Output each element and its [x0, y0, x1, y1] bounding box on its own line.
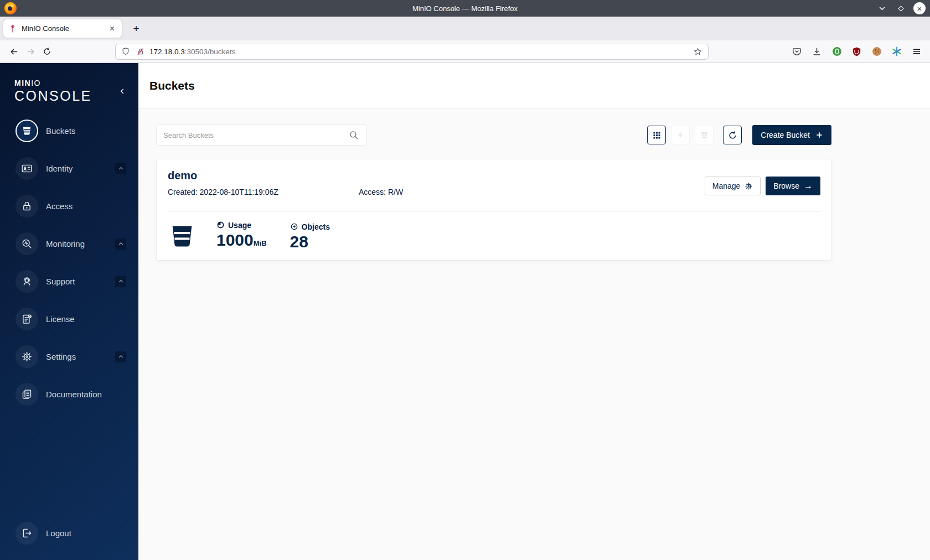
sidebar-item-settings[interactable]: Settings: [16, 345, 138, 368]
main-panel: Buckets: [138, 63, 930, 560]
sidebar-nav: Buckets Identity Access: [0, 120, 138, 406]
logo-io: IO: [31, 79, 41, 87]
bucket-created: Created: 2022-08-10T11:19:06Z: [168, 188, 359, 197]
id-card-icon: [16, 157, 38, 180]
bookmark-star-icon[interactable]: [693, 47, 702, 56]
bucket-card-buttons: Manage Browse →: [705, 177, 820, 195]
refresh-button[interactable]: [723, 126, 742, 144]
bucket-small-icon: [700, 131, 709, 140]
sidebar-collapse-button[interactable]: [116, 85, 128, 97]
insecure-lock-icon: [136, 47, 145, 56]
monitoring-search-icon: [16, 232, 38, 255]
objects-icon: [290, 222, 298, 231]
window-controls: ×: [876, 2, 930, 14]
browser-navbar: 172.18.0.3:30503/buckets: [0, 40, 930, 63]
logo-min: MIN: [14, 79, 31, 87]
documentation-icon: [16, 383, 38, 406]
url-bar[interactable]: 172.18.0.3:30503/buckets: [115, 44, 709, 60]
grid-view-button[interactable]: [647, 126, 666, 144]
support-headset-icon: [16, 270, 38, 293]
license-document-icon: [16, 308, 38, 330]
bucket-access: Access: R/W: [359, 188, 403, 197]
chevron-up-icon: [115, 238, 126, 250]
window-titlebar: MinIO Console — Mozilla Firefox ×: [0, 0, 930, 17]
sidebar-item-buckets[interactable]: Buckets: [16, 120, 138, 142]
lock-icon: [16, 195, 38, 217]
chevron-up-icon: [115, 163, 126, 174]
back-arrow-icon: [9, 47, 19, 56]
bucket-metrics: Usage 1000MiB Objects 28: [168, 212, 820, 261]
sidebar: MINIO CONSOLE Buckets Identity: [0, 63, 138, 560]
plus-icon: [815, 131, 823, 139]
replication-button-disabled: [671, 126, 690, 144]
bucket-large-icon: [168, 222, 197, 251]
delete-bucket-button-disabled: [695, 126, 714, 144]
refresh-icon: [728, 131, 737, 140]
search-box: [156, 125, 366, 146]
minio-favicon-icon: [8, 24, 17, 33]
sidebar-item-documentation[interactable]: Documentation: [16, 383, 138, 406]
chevron-left-icon: [118, 87, 126, 95]
search-icon: [349, 130, 359, 141]
sidebar-item-monitoring[interactable]: Monitoring: [16, 232, 138, 255]
bucket-actions: Create Bucket: [647, 125, 831, 145]
chevron-up-icon: [115, 276, 126, 287]
new-tab-button[interactable]: +: [128, 21, 144, 37]
usage-pie-icon: [216, 221, 225, 229]
minio-console-app: MINIO CONSOLE Buckets Identity: [0, 63, 930, 560]
maximize-diamond-icon: [897, 4, 905, 13]
usage-value: 1000MiB: [216, 231, 267, 252]
page-title: Buckets: [149, 79, 195, 92]
sidebar-item-identity[interactable]: Identity: [16, 157, 138, 180]
sidebar-item-logout[interactable]: Logout: [0, 522, 138, 545]
chevron-up-icon: [115, 351, 126, 362]
usage-metric: Usage 1000MiB: [216, 221, 267, 252]
objects-value: 28: [290, 233, 330, 251]
tab-title: MinIO Console: [22, 24, 107, 33]
lightning-icon: [676, 131, 685, 140]
window-maximize-button[interactable]: [895, 2, 907, 14]
reload-button[interactable]: [39, 43, 55, 60]
forward-arrow-icon: [26, 47, 35, 56]
privacy-extension-icon[interactable]: [831, 46, 843, 58]
pocket-icon[interactable]: [791, 46, 803, 58]
browse-button[interactable]: Browse →: [766, 177, 820, 195]
gear-icon: [16, 345, 38, 368]
url-text: 172.18.0.3:30503/buckets: [149, 48, 235, 56]
shield-permissions-icon: [121, 47, 130, 56]
toolbar-extensions: [791, 46, 922, 58]
minio-console-logo: MINIO CONSOLE: [0, 63, 138, 104]
window-close-button[interactable]: ×: [913, 2, 926, 14]
downloads-icon[interactable]: [811, 46, 823, 58]
bucket-icon: [16, 120, 38, 142]
objects-metric: Objects 28: [290, 222, 330, 251]
page-header: Buckets: [138, 63, 930, 109]
tab-bar: MinIO Console × +: [0, 17, 930, 40]
gear-icon: [745, 182, 753, 190]
forward-button[interactable]: [22, 43, 39, 60]
back-button[interactable]: [6, 43, 22, 60]
cookie-extension-icon[interactable]: [871, 46, 882, 58]
reload-icon: [43, 47, 51, 56]
window-minimize-button[interactable]: [876, 2, 888, 14]
sidebar-item-access[interactable]: Access: [16, 195, 138, 217]
arrow-right-icon: →: [804, 181, 813, 191]
browser-tab-minio-console[interactable]: MinIO Console ×: [3, 19, 122, 38]
create-bucket-button[interactable]: Create Bucket: [752, 125, 831, 145]
sidebar-item-support[interactable]: Support: [16, 270, 138, 293]
url-path: :30503/buckets: [185, 48, 236, 56]
search-input[interactable]: [163, 131, 349, 139]
sidebar-item-license[interactable]: License: [16, 308, 138, 330]
bucket-card-demo[interactable]: demo Created: 2022-08-10T11:19:06Z Acces…: [156, 159, 831, 261]
tab-close-button[interactable]: ×: [107, 24, 117, 34]
grid-icon: [652, 131, 662, 140]
close-icon: ×: [917, 4, 922, 13]
manage-button[interactable]: Manage: [705, 177, 761, 195]
asterisk-extension-icon[interactable]: [891, 46, 902, 58]
ublock-shield-icon[interactable]: [851, 46, 862, 58]
firefox-logo-icon: [4, 2, 17, 14]
url-host: 172.18.0.3: [149, 48, 185, 56]
menu-hamburger-icon[interactable]: [911, 46, 922, 58]
buckets-content: Create Bucket demo Created: 2022-08-10T1…: [138, 109, 930, 261]
buckets-toolbar: Create Bucket: [156, 125, 831, 146]
